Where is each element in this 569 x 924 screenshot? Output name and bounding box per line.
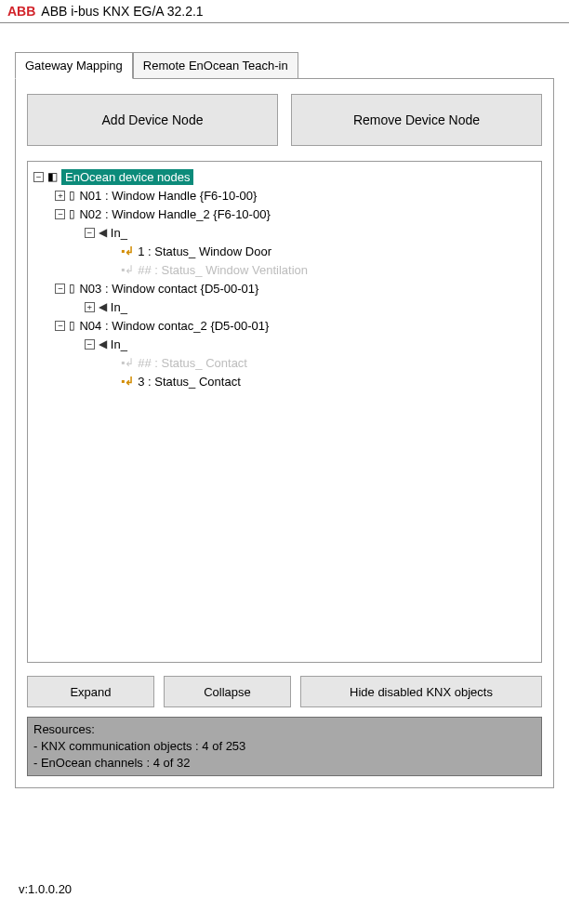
tab-remote-teachin[interactable]: Remote EnOcean Teach-in	[133, 52, 298, 79]
knx-object-icon: ▪↲	[121, 244, 134, 257]
tree-root-label: EnOcean device nodes	[61, 169, 193, 185]
tree-node-label: N04 : Window contac_2 {D5-00-01}	[79, 319, 269, 333]
knx-object-icon: ▪↲	[121, 356, 134, 369]
expand-icon[interactable]: +	[55, 191, 65, 201]
tree-node-n03[interactable]: − ▯ N03 : Window contact {D5-00-01}	[33, 279, 536, 297]
device-icon: ▯	[69, 282, 75, 295]
tree-object-label: 3 : Status_ Contact	[138, 375, 241, 389]
tree-node-n01[interactable]: + ▯ N01 : Window Handle {F6-10-00}	[33, 186, 536, 205]
tree-object-n02-disabled[interactable]: ▪↲ ## : Status_ Window Ventilation	[33, 260, 536, 279]
version-label: v:1.0.0.20	[19, 882, 72, 896]
resources-title: Resources:	[33, 721, 536, 738]
tree-node-label: N01 : Window Handle {F6-10-00}	[79, 189, 257, 203]
tree-node-n02-in[interactable]: − ◀ In_	[33, 223, 536, 242]
expand-button[interactable]: Expand	[27, 676, 154, 707]
tree-node-label: In_	[111, 337, 127, 351]
tree-root-node[interactable]: − ◧ EnOcean device nodes	[33, 167, 536, 186]
expand-icon[interactable]: +	[85, 302, 95, 312]
resources-knx-line: - KNX communication objects : 4 of 253	[33, 738, 536, 755]
collapse-icon[interactable]: −	[85, 339, 95, 350]
tree-node-label: In_	[111, 226, 127, 240]
tree-object-label: ## : Status_ Window Ventilation	[138, 263, 308, 277]
main-panel: Add Device Node Remove Device Node − ◧ E…	[15, 79, 554, 788]
tree-action-row: Expand Collapse Hide disabled KNX object…	[27, 676, 542, 707]
tree-object-n04-3[interactable]: ▪↲ 3 : Status_ Contact	[33, 372, 536, 390]
resources-panel: Resources: - KNX communication objects :…	[27, 717, 542, 776]
device-tree[interactable]: − ◧ EnOcean device nodes + ▯ N01 : Windo…	[27, 161, 542, 663]
hide-disabled-button[interactable]: Hide disabled KNX objects	[300, 676, 542, 707]
tree-object-n04-disabled[interactable]: ▪↲ ## : Status_ Contact	[33, 353, 536, 372]
knx-object-icon: ▪↲	[121, 375, 134, 388]
input-arrow-icon: ◀	[99, 226, 107, 239]
gateway-icon: ◧	[47, 170, 58, 183]
tree-object-n02-1[interactable]: ▪↲ 1 : Status_ Window Door	[33, 242, 536, 260]
tree-node-n04[interactable]: − ▯ N04 : Window contac_2 {D5-00-01}	[33, 316, 536, 335]
add-device-node-button[interactable]: Add Device Node	[27, 94, 278, 146]
device-button-row: Add Device Node Remove Device Node	[27, 94, 542, 146]
collapse-icon[interactable]: −	[55, 321, 65, 331]
input-arrow-icon: ◀	[99, 337, 107, 350]
tree-node-label: N02 : Window Handle_2 {F6-10-00}	[79, 207, 270, 221]
knx-object-icon: ▪↲	[121, 263, 134, 276]
collapse-icon[interactable]: −	[85, 228, 95, 238]
collapse-icon[interactable]: −	[55, 284, 65, 294]
tree-node-n02[interactable]: − ▯ N02 : Window Handle_2 {F6-10-00}	[33, 205, 536, 223]
device-icon: ▯	[69, 207, 75, 220]
collapse-icon[interactable]: −	[33, 172, 44, 182]
tree-object-label: ## : Status_ Contact	[138, 356, 247, 370]
window-titlebar: ABB ABB i-bus KNX EG/A 32.2.1	[0, 0, 569, 23]
tree-node-label: N03 : Window contact {D5-00-01}	[79, 282, 258, 296]
tree-node-n04-in[interactable]: − ◀ In_	[33, 335, 536, 353]
tree-object-label: 1 : Status_ Window Door	[138, 244, 271, 258]
collapse-button[interactable]: Collapse	[164, 676, 291, 707]
tab-gateway-mapping[interactable]: Gateway Mapping	[15, 52, 133, 79]
tab-strip: Gateway Mapping Remote EnOcean Teach-in	[15, 51, 554, 79]
device-icon: ▯	[69, 319, 75, 332]
window-title: ABB i-bus KNX EG/A 32.2.1	[41, 4, 203, 19]
tree-node-label: In_	[111, 300, 127, 314]
device-icon: ▯	[69, 189, 75, 202]
collapse-icon[interactable]: −	[55, 209, 65, 219]
abb-logo: ABB	[7, 4, 35, 19]
tree-node-n03-in[interactable]: + ◀ In_	[33, 297, 536, 316]
remove-device-node-button[interactable]: Remove Device Node	[291, 94, 542, 146]
input-arrow-icon: ◀	[99, 300, 107, 313]
resources-enocean-line: - EnOcean channels : 4 of 32	[33, 755, 536, 772]
